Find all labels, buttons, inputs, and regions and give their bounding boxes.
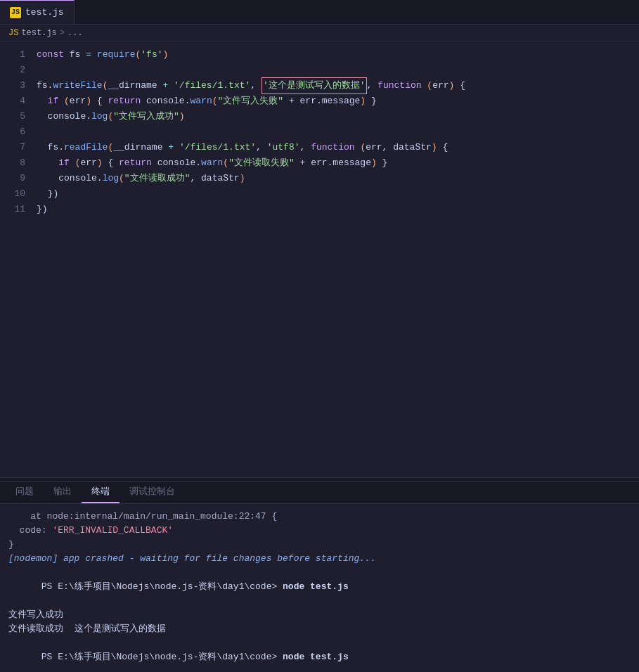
breadcrumb-sep: > xyxy=(60,28,65,38)
terminal-line-6: 文件写入成功 xyxy=(8,608,631,622)
line-num-7: 7 xyxy=(6,140,25,155)
terminal-tabs: 问题 输出 终端 调试控制台 xyxy=(0,482,639,504)
tab-test-js[interactable]: JS test.js xyxy=(0,0,75,24)
code-line-7: fs.readFile(__dirname + '/files/1.txt', … xyxy=(37,140,639,155)
terminal-line-3: } xyxy=(8,538,631,552)
terminal-line-7: 文件读取成功 这个是测试写入的数据 xyxy=(8,622,631,636)
terminal-line-4: [nodemon] app crashed - waiting for file… xyxy=(8,552,631,566)
tab-debug-console[interactable]: 调试控制台 xyxy=(120,481,185,503)
line-num-5: 5 xyxy=(6,109,25,124)
code-line-11: }) xyxy=(37,202,639,217)
line-num-11: 11 xyxy=(6,202,25,217)
terminal-content[interactable]: at node:internal/main/run_main_module:22… xyxy=(0,504,639,672)
breadcrumb-js: JS xyxy=(8,28,18,38)
code-content[interactable]: const fs = require('fs') fs.writeFile(__… xyxy=(34,41,639,477)
tab-output[interactable]: 输出 xyxy=(44,481,82,503)
breadcrumb: JS test.js > ... xyxy=(0,25,639,41)
code-line-3: fs.writeFile(__dirname + '/files/1.txt',… xyxy=(37,78,639,93)
code-line-5: console.log("文件写入成功") xyxy=(37,109,639,124)
terminal-line-8: PS E:\练手项目\Nodejs\node.js-资料\day1\code> … xyxy=(8,636,631,672)
code-line-9: console.log("文件读取成功", dataStr) xyxy=(37,171,639,186)
tab-filename: test.js xyxy=(25,7,64,18)
tab-problems[interactable]: 问题 xyxy=(6,481,44,503)
code-line-4: if (err) { return console.warn("文件写入失败" … xyxy=(37,93,639,109)
line-num-6: 6 xyxy=(6,124,25,140)
code-line-10: }) xyxy=(37,186,639,202)
code-line-2 xyxy=(37,63,639,78)
breadcrumb-filename: test.js xyxy=(21,28,56,38)
line-num-8: 8 xyxy=(6,155,25,171)
breadcrumb-dots: ... xyxy=(67,28,83,38)
terminal-panel: 问题 输出 终端 调试控制台 at node:internal/main/run… xyxy=(0,482,639,672)
terminal-line-1: at node:internal/main/run_main_module:22… xyxy=(8,510,631,524)
code-line-8: if (err) { return console.warn("文件读取失败" … xyxy=(37,155,639,171)
code-line-1: const fs = require('fs') xyxy=(37,47,639,63)
js-icon: JS xyxy=(10,7,21,18)
line-num-3: 3 xyxy=(6,78,25,93)
line-num-1: 1 xyxy=(6,47,25,63)
line-num-9: 9 xyxy=(6,171,25,186)
terminal-line-2: code: 'ERR_INVALID_CALLBACK' xyxy=(8,524,631,538)
code-line-6 xyxy=(37,124,639,140)
line-num-10: 10 xyxy=(6,186,25,202)
tab-terminal[interactable]: 终端 xyxy=(82,481,120,503)
tab-bar: JS test.js xyxy=(0,0,639,25)
line-num-4: 4 xyxy=(6,93,25,109)
line-num-2: 2 xyxy=(6,63,25,78)
line-numbers: 1 2 3 4 5 6 7 8 9 10 11 xyxy=(0,41,34,477)
editor-area: 1 2 3 4 5 6 7 8 9 10 11 const fs = requi… xyxy=(0,41,639,477)
terminal-line-5: PS E:\练手项目\Nodejs\node.js-资料\day1\code> … xyxy=(8,566,631,608)
